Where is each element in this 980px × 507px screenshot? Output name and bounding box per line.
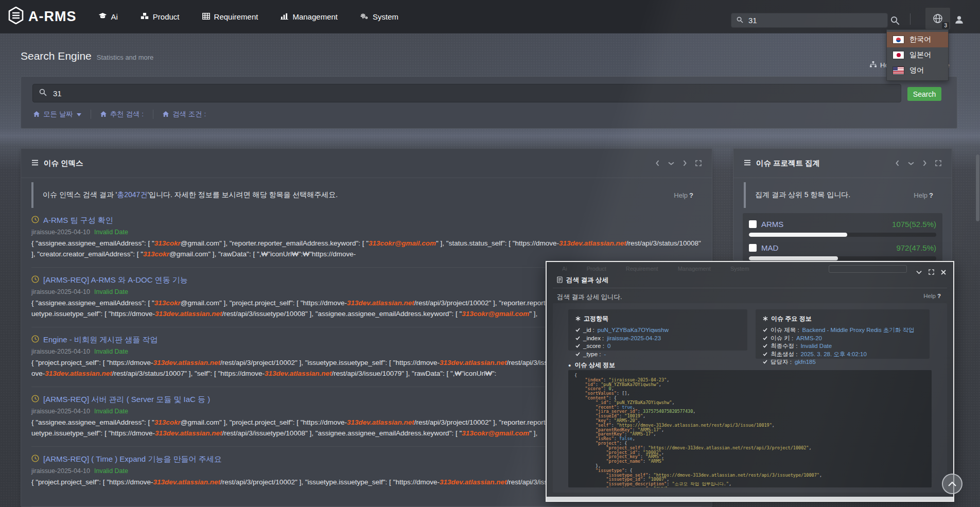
app-logo[interactable]: A-RMS xyxy=(8,7,77,26)
search-term-highlight: 313cokr xyxy=(154,299,181,307)
check-icon xyxy=(575,326,580,335)
field-value: Invalid Date xyxy=(800,342,832,351)
language-option-label: 일본어 xyxy=(909,50,931,60)
panel-collapse-icon[interactable] xyxy=(668,161,674,166)
result-title-link[interactable]: A-RMS 팀 구성 확인 xyxy=(43,216,113,225)
search-term-highlight: 313dev.atlassian.net xyxy=(559,239,626,247)
search-term-highlight: 313cokr@gmail.com xyxy=(462,310,529,318)
stat-project-label[interactable]: MAD xyxy=(761,243,778,252)
field-value: ARMS-20 xyxy=(796,335,822,343)
issue-index-panel-title: 이슈 인덱스 xyxy=(44,159,83,168)
scroll-to-top-button[interactable] xyxy=(942,474,962,494)
help-badge[interactable]: Help? xyxy=(923,293,941,299)
result-count-link[interactable]: 총2047건 xyxy=(117,190,147,199)
document-icon xyxy=(557,276,563,285)
ghost-nav-label: Management xyxy=(678,266,711,272)
modal-divider xyxy=(553,288,947,288)
page-subtitle: Statistics and more xyxy=(97,54,154,61)
language-globe-button[interactable]: 3 xyxy=(925,8,950,29)
field-value: jiraissue-2025-04-23 xyxy=(607,335,661,343)
page-title: Search Engine xyxy=(21,50,92,62)
search-icon xyxy=(39,89,47,98)
help-badge[interactable]: Help? xyxy=(914,191,933,199)
nav-item-requirement[interactable]: Requirement xyxy=(202,12,258,21)
search-filter-1[interactable]: 추천 검색 : xyxy=(91,110,153,119)
check-icon xyxy=(575,342,580,351)
help-badge[interactable]: Help? xyxy=(674,191,693,199)
search-filter-2[interactable]: 검색 조건 : xyxy=(153,110,215,119)
nav-item-product[interactable]: Product xyxy=(141,12,180,21)
app-logo-text: A-RMS xyxy=(28,9,77,25)
graduation-cap-icon xyxy=(98,12,107,21)
search-term-highlight: 313dev.atlassian.net xyxy=(45,370,112,377)
search-filter-0[interactable]: 모든 날짜 xyxy=(32,110,91,119)
search-term-highlight: 313cokr@gmail.com xyxy=(369,239,436,247)
result-title-link[interactable]: [ARMS-REQ] 서버 관리 ( Server 모듈 및 IaC 등 ) xyxy=(43,395,210,405)
ghost-nav-label: System xyxy=(730,266,749,272)
stat-project-value: 1075(52.5%) xyxy=(892,220,936,229)
language-option-us[interactable]: 영어 xyxy=(887,63,948,78)
stat-checkbox[interactable] xyxy=(749,220,757,228)
panel-collapse-icon[interactable] xyxy=(908,161,914,166)
panel-expand-icon[interactable] xyxy=(935,160,941,166)
modal-ghost-navbar: AiProductRequirementManagementSystem xyxy=(547,262,953,275)
project-aggregate-panel-title: 이슈 프로젝트 집계 xyxy=(756,159,820,168)
cubes-icon xyxy=(141,12,149,21)
result-title-link[interactable]: Engine - 비회원 게시판 샘플 작업 xyxy=(43,335,158,345)
result-index-name: jiraissue-2025-04-10 xyxy=(31,408,90,415)
nav-item-management[interactable]: Management xyxy=(281,12,338,21)
search-submit-icon[interactable] xyxy=(889,14,901,27)
search-button[interactable]: Search xyxy=(907,87,941,101)
issue-detail-code-block[interactable]: { "index": "jiraissue-2025-04-23", "id":… xyxy=(568,370,932,487)
fixed-field-row: _id : puN_YZYBaKa7OYiqwshw xyxy=(575,326,740,335)
panel-next-icon[interactable] xyxy=(682,160,687,166)
modal-content: 고정항목 _id : puN_YZYBaKa7OYiqwshw_index : … xyxy=(553,303,947,493)
nav-item-label: Ai xyxy=(111,12,118,21)
project-aggregate-info: 집계 결과 상위 5 항목 입니다. Help? xyxy=(744,182,941,208)
panel-prev-icon[interactable] xyxy=(655,160,660,166)
check-icon xyxy=(763,351,767,359)
page-scrollbar-thumb[interactable] xyxy=(976,154,979,221)
search-term-highlight: 313dev.atlassian.net xyxy=(440,478,507,486)
navbar-search-input[interactable] xyxy=(747,15,882,25)
result-title-link[interactable]: [ARMS-REQ] A-RMS 와 A-DOC 연동 기능 xyxy=(43,275,188,285)
stat-project-label[interactable]: ARMS xyxy=(761,220,783,229)
modal-close-icon[interactable] xyxy=(941,270,946,275)
search-term-highlight: 313dev.atlassian.net xyxy=(440,359,507,366)
modal-maximize-icon[interactable] xyxy=(929,269,934,275)
panel-expand-icon[interactable] xyxy=(695,160,702,166)
search-term-highlight: 313dev.atlassian.net xyxy=(155,310,222,318)
result-index-name: jiraissue-2025-04-10 xyxy=(31,467,90,475)
fixed-field-row: _type : - xyxy=(575,351,740,359)
panel-prev-icon[interactable] xyxy=(895,160,900,166)
search-term-highlight: 313cokr xyxy=(154,418,181,426)
stat-checkbox[interactable] xyxy=(749,244,757,252)
ghost-nav-label: Ai xyxy=(562,266,567,272)
app-logo-icon xyxy=(8,7,24,26)
field-key: 담당자 : xyxy=(771,358,792,366)
nav-item-system[interactable]: System xyxy=(360,12,398,21)
panel-next-icon[interactable] xyxy=(922,160,927,166)
gears-icon xyxy=(360,12,369,21)
search-term-highlight: 313cokr xyxy=(154,239,181,247)
check-icon xyxy=(763,342,767,351)
nav-item-ai[interactable]: Ai xyxy=(98,12,118,21)
main-search-input[interactable] xyxy=(52,89,895,98)
home-icon xyxy=(100,111,107,118)
fixed-fields-card: 고정항목 _id : puN_YZYBaKa7OYiqwshw_index : … xyxy=(568,309,747,351)
filter-label: 모든 날짜 xyxy=(43,110,73,119)
result-title-link[interactable]: [ARMS-REQ] ( Time ) Expand 기능을 만들어 주세요 xyxy=(43,454,222,464)
language-option-kr[interactable]: 한국어 xyxy=(887,32,948,47)
issue-index-panel-header: 이슈 인덱스 xyxy=(21,149,712,178)
modal-horizontal-scrollbar[interactable] xyxy=(547,497,953,501)
user-menu-icon[interactable] xyxy=(952,13,966,26)
search-detail-modal: AiProductRequirementManagementSystem 검색 … xyxy=(546,261,954,502)
search-term-highlight: 313dev.atlassian.net xyxy=(155,429,222,437)
search-term-highlight: 313dev.atlassian.net xyxy=(153,478,220,486)
clock-icon xyxy=(31,395,39,405)
result-date-status: Invalid Date xyxy=(94,288,128,295)
issue-field-row: 최초생성 : 2025. 3. 28. 오후 4:02:10 xyxy=(763,351,922,359)
language-option-jp[interactable]: 일본어 xyxy=(887,47,948,63)
stat-progress-track xyxy=(749,233,936,237)
modal-minimize-icon[interactable] xyxy=(916,270,922,274)
